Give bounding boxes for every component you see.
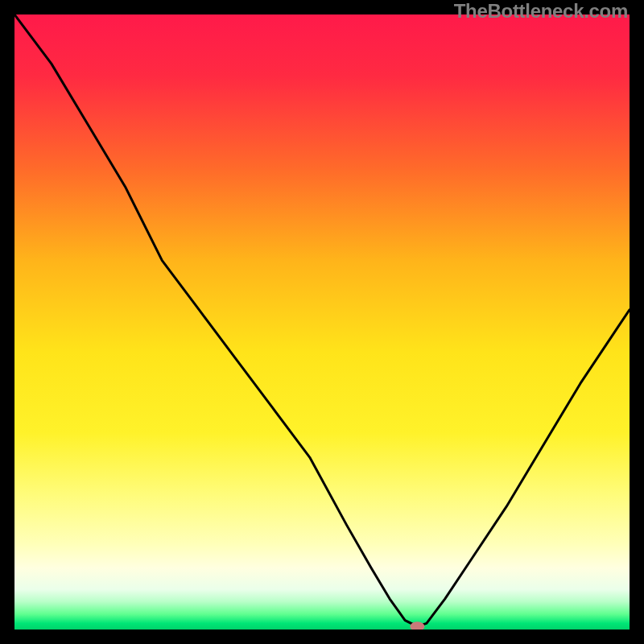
chart-container: TheBottleneck.com [0,0,644,644]
gradient-background [14,14,630,630]
watermark-text: TheBottleneck.com [454,0,628,23]
chart-svg [14,14,630,630]
plot-area [14,14,630,630]
